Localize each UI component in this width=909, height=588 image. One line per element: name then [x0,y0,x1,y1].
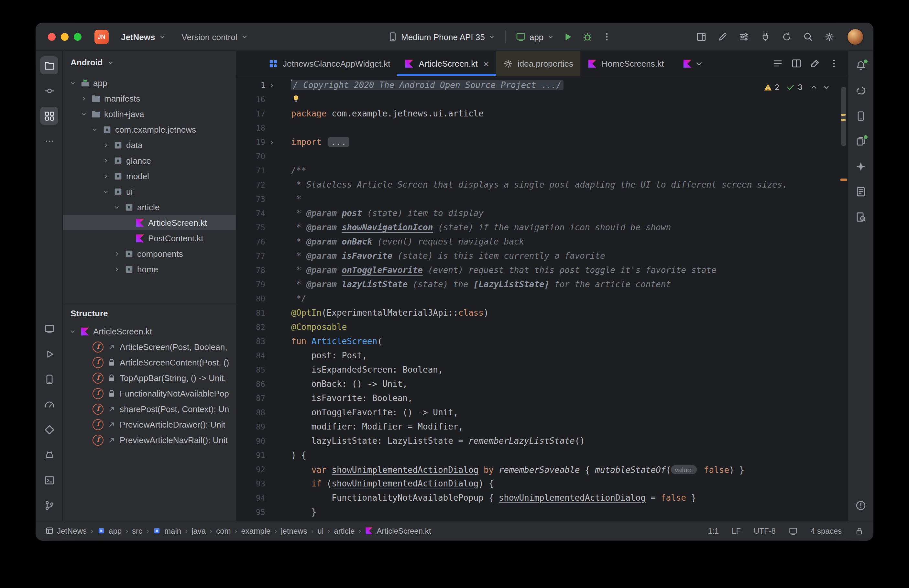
tree-item-articlescreen-kt[interactable]: ArticleScreen.kt [63,215,236,230]
tree-item-kotlin-java[interactable]: kotlin+java [63,106,236,122]
tool-device-manager-button[interactable] [40,370,58,388]
tree-item-app[interactable]: app [63,75,236,90]
editor-scrollbar[interactable] [840,76,848,521]
indentation-status[interactable]: 4 spaces [811,526,842,535]
tab-articlescreen-kt[interactable]: ArticleScreen.kt× [397,51,496,76]
device-selector-button[interactable]: Medium Phone API 35 [384,29,499,45]
tab-jetnewsglanceappwidget-kt[interactable]: JetnewsGlanceAppWidget.kt [262,51,397,76]
structure-item-previewarticledrawer[interactable]: fPreviewArticleDrawer(): Unit [63,417,236,432]
tool-running-devices-button[interactable] [851,132,870,150]
profile-avatar[interactable] [847,29,864,45]
run-button[interactable] [559,28,577,46]
code-editor[interactable]: 2 3 1/ Copyright 2020 The Android Open S… [237,76,848,521]
chevron-down-icon[interactable] [79,110,88,117]
tool-device-manager-button[interactable] [851,107,870,125]
breadcrumb-articlescreen-kt[interactable]: ArticleScreen.kt [365,526,431,535]
sync-project-button[interactable] [778,28,796,46]
chevron-right-icon[interactable] [79,95,88,102]
tool-commit-button[interactable] [40,81,58,100]
caret-position-status[interactable]: 1:1 [708,526,719,535]
code-with-me-button[interactable] [714,28,732,46]
tool-logcat-button[interactable] [40,446,58,464]
encoding-status[interactable]: UTF-8 [754,526,776,535]
debug-button[interactable] [578,28,596,46]
breadcrumb-app[interactable]: app [97,526,122,535]
tree-item-com-example-jetnews[interactable]: com.example.jetnews [63,122,236,137]
intention-bulb-icon[interactable] [291,94,301,103]
run-config-button[interactable]: app [513,29,558,45]
tree-item-data[interactable]: data [63,137,236,153]
version-control-menu-button[interactable]: Version control [179,29,252,44]
structure-item-sharepost[interactable]: fsharePost(Post, Context): Un [63,401,236,417]
main-menu-button[interactable] [735,28,753,46]
tree-item-article[interactable]: article [63,199,236,215]
search-everywhere-button[interactable] [799,28,817,46]
warning-stripe-mark[interactable] [840,179,847,181]
design-view-button[interactable] [807,55,823,72]
structure-item-previewarticlenavrail[interactable]: fPreviewArticleNavRail(): Unit [63,432,236,447]
tool-version-control-button[interactable] [40,496,58,514]
chevron-right-icon[interactable] [101,157,110,164]
breadcrumb-article[interactable]: article [334,526,355,535]
chevron-right-icon[interactable] [112,250,121,257]
structure-item-articlescreencontent[interactable]: fArticleScreenContent(Post, () [63,354,236,370]
tool-windows-layout-button[interactable] [692,28,710,46]
scrollbar-thumb[interactable] [841,87,846,146]
next-problem-icon[interactable] [822,83,831,92]
tree-item-manifests[interactable]: manifests [63,90,236,106]
fold-marker-icon[interactable] [265,135,278,149]
chevron-right-icon[interactable] [101,141,110,149]
breadcrumb-jetnews[interactable]: jetnews [281,526,307,535]
more-run-options-button[interactable] [598,28,616,46]
breadcrumb-main[interactable]: main [153,526,181,535]
zoom-window-button[interactable] [74,33,82,41]
close-tab-icon[interactable]: × [484,58,489,68]
fold-marker-icon[interactable] [265,78,278,92]
tree-item-components[interactable]: components [63,246,236,261]
tool-project-button[interactable] [40,56,58,74]
tool-notifications-button[interactable] [851,56,870,74]
tool-app-quality-insights-button[interactable] [40,420,58,439]
structure-item-topappbar[interactable]: fTopAppBar(String, () -> Unit, [63,370,236,386]
tool-more-tool-windows-button[interactable] [40,132,58,150]
breadcrumb-com[interactable]: com [216,526,231,535]
breadcrumb-src[interactable]: src [132,526,142,535]
tree-item-model[interactable]: model [63,168,236,184]
project-menu-button[interactable]: JetNews [118,29,170,44]
chevron-right-icon[interactable] [101,172,110,179]
structure-item-functionalitynotavailablepop[interactable]: fFunctionalityNotAvailablePop [63,386,236,401]
tool-structure-button[interactable] [40,107,58,125]
warning-stripe-mark[interactable] [841,119,846,121]
chevron-down-icon[interactable] [112,204,121,210]
tree-item-home[interactable]: home [63,261,236,277]
chevron-right-icon[interactable] [112,265,121,273]
prev-problem-icon[interactable] [809,83,819,92]
warning-stripe-mark[interactable] [841,114,846,116]
chevron-down-icon[interactable] [90,126,99,133]
breadcrumb-ui[interactable]: ui [318,526,324,535]
tree-item-glance[interactable]: glance [63,153,236,168]
breadcrumb-jetnews[interactable]: JetNews [45,526,87,535]
line-separator-status[interactable]: LF [732,526,741,535]
tool-device-explorer-button[interactable] [851,208,870,226]
hidden-tabs-dropdown[interactable] [679,51,708,76]
chevron-down-icon[interactable] [68,328,77,335]
tool-problems-button[interactable] [851,496,870,514]
tab-idea-properties[interactable]: idea.properties [496,51,580,76]
tool-profiler-button[interactable] [40,395,58,414]
tool-terminal-button[interactable] [40,471,58,489]
tool-gradle-button[interactable] [851,81,870,100]
breadcrumb-example[interactable]: example [241,526,271,535]
chevron-down-icon[interactable] [101,188,110,195]
tree-item-ui[interactable]: ui [63,184,236,199]
structure-item-articlescreen[interactable]: fArticleScreen(Post, Boolean, [63,339,236,354]
tool-gemini-button[interactable] [851,157,870,175]
code-view-button[interactable] [769,55,786,72]
plugins-button[interactable] [756,28,775,46]
close-window-button[interactable] [48,33,56,41]
breadcrumb-java[interactable]: java [192,526,206,535]
tool-running-devices-button[interactable] [40,320,58,338]
tool-run-button[interactable] [40,345,58,363]
tool-layout-inspector-button[interactable] [851,183,870,200]
editor-options-button[interactable] [825,55,842,72]
